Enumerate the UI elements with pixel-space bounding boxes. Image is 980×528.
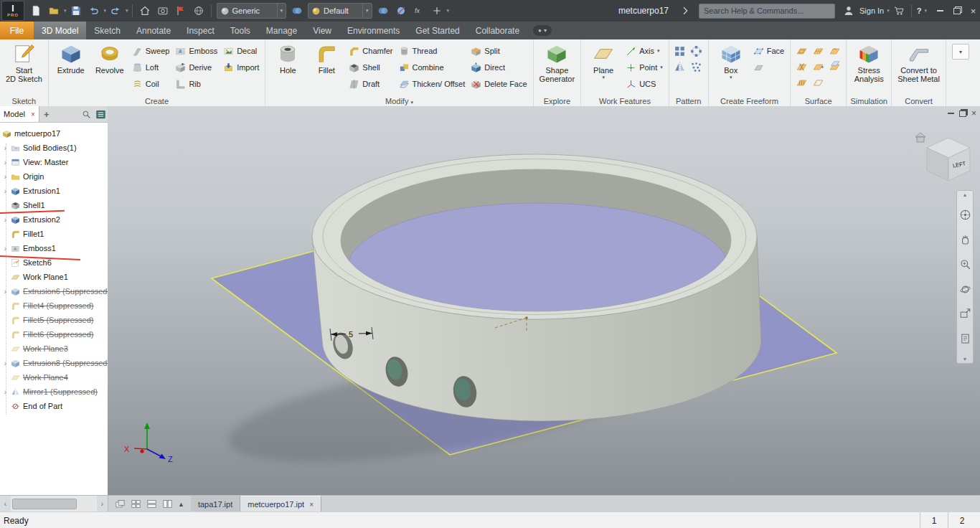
material-caret[interactable]: ▾ — [277, 4, 283, 18]
doc-close-button[interactable]: × — [971, 109, 976, 118]
browser-search-button[interactable] — [79, 107, 93, 121]
sign-in-caret[interactable]: ▾ — [887, 8, 890, 14]
zoom-button[interactable] — [958, 258, 972, 272]
ribbon-tab-3d-model[interactable]: 3D Model — [34, 22, 86, 39]
help-button[interactable]: ? — [917, 6, 922, 15]
ribbon-tab-get-started[interactable]: Get Started — [407, 22, 467, 39]
add-browser-tab-button[interactable]: + — [39, 107, 54, 121]
thread-button[interactable]: Thread — [397, 43, 468, 59]
viewcube-home-icon[interactable] — [915, 133, 925, 142]
new-file-button[interactable] — [27, 2, 44, 19]
ribbon-group-label-convert[interactable]: Convert — [905, 97, 933, 105]
restore-button[interactable] — [948, 0, 965, 22]
plane-caret[interactable]: ▾ — [602, 75, 605, 80]
ribbon-tab-view[interactable]: View — [305, 22, 339, 39]
ribbon-group-label-work-features[interactable]: Work Features — [599, 97, 651, 105]
model-tab-close-icon[interactable]: × — [31, 110, 35, 118]
untrim-button[interactable] — [811, 75, 825, 90]
redo-caret[interactable]: ▾ — [126, 8, 128, 14]
expand-arrow-icon[interactable]: › — [2, 216, 9, 224]
undo-caret[interactable]: ▾ — [104, 8, 107, 14]
cart-button[interactable] — [890, 2, 908, 19]
delete-face-button[interactable]: Delete Face — [468, 76, 529, 92]
revolve-button[interactable]: Revolve — [91, 41, 128, 75]
start-2d-sketch-button[interactable]: Start 2D Sketch — [4, 41, 44, 84]
appearance-dropdown[interactable]: Default ▾ — [308, 3, 372, 19]
hole-button[interactable]: Hole — [269, 41, 306, 75]
qat-customize-caret[interactable]: ▾ — [447, 8, 450, 14]
tree-item-fillet4-suppressed[interactable]: Fillet4 (Suppressed) — [0, 298, 108, 313]
ruled-surface-button[interactable] — [794, 75, 809, 90]
tree-item-extrusion6-suppressed[interactable]: ›Extrusion6 (Suppressed) — [0, 284, 108, 298]
expand-arrow-icon[interactable]: › — [2, 159, 9, 166]
circular-pattern-button[interactable] — [689, 44, 704, 58]
sketch-driven-pattern-button[interactable] — [689, 60, 704, 74]
ribbon-tab-inspect[interactable]: Inspect — [179, 22, 222, 39]
expand-arrow-icon[interactable]: › — [2, 288, 9, 296]
close-button[interactable]: × — [965, 0, 980, 22]
tree-item-mirror1-suppressed[interactable]: ›Mirror1 (Suppressed) — [0, 385, 108, 399]
tree-item-fillet5-suppressed[interactable]: Fillet5 (Suppressed) — [0, 313, 108, 327]
stitch-button[interactable] — [811, 44, 825, 58]
plane-button[interactable]: Plane▾ — [585, 41, 622, 80]
ribbon-tab-annotate[interactable]: Annotate — [128, 22, 179, 39]
loft-button[interactable]: Loft — [130, 60, 172, 75]
tree-item-metcuerpo17[interactable]: metcuerpo17 — [0, 126, 108, 141]
full-navigation-wheel-button[interactable] — [958, 208, 972, 222]
ribbon-group-label-surface[interactable]: Surface — [805, 97, 832, 105]
expand-arrow-icon[interactable]: › — [2, 388, 9, 396]
tree-item-shell1[interactable]: Shell1 — [0, 198, 108, 212]
redo-button[interactable] — [107, 2, 124, 19]
tree-item-origin[interactable]: ›Origin — [0, 169, 108, 184]
material-dropdown[interactable]: Generic ▾ — [217, 3, 287, 19]
adjust-material-button[interactable] — [288, 2, 306, 19]
tree-item-work-plane3[interactable]: Work Plane3 — [0, 341, 108, 356]
scroll-left-arrow[interactable]: ‹ — [0, 496, 11, 512]
ribbon-group-label-simulation[interactable]: Simulation — [851, 97, 887, 105]
ribbon-display-options-button[interactable]: ● ▾ — [533, 25, 552, 36]
derive-button[interactable]: Derive — [173, 60, 220, 75]
adjust-appearance-button[interactable] — [374, 2, 392, 19]
tree-item-end-of-part[interactable]: End of Part — [0, 399, 108, 413]
chamfer-button[interactable]: Chamfer — [347, 43, 395, 59]
expand-arrow-icon[interactable]: › — [2, 173, 9, 181]
screenshot-button[interactable] — [154, 2, 171, 19]
ribbon-group-label-sketch[interactable]: Sketch — [12, 97, 37, 105]
decal-button[interactable]: Decal — [221, 43, 261, 59]
rib-button[interactable]: Rib — [173, 76, 220, 92]
navbar-scroll-down-icon[interactable]: ▼ — [963, 357, 968, 362]
expand-arrow-icon[interactable]: › — [2, 359, 9, 367]
clear-appearance-button[interactable] — [392, 2, 410, 19]
tile-grid-button[interactable] — [131, 499, 141, 509]
tree-item-emboss1[interactable]: ›AEmboss1 — [0, 241, 108, 255]
ribbon-group-label-create[interactable]: Create — [145, 97, 169, 105]
open-button[interactable] — [45, 2, 62, 19]
ribbon-group-label-modify[interactable]: Modify — [385, 97, 408, 105]
markup-button[interactable] — [172, 2, 189, 19]
freeform-box-button[interactable]: Box▾ — [712, 41, 750, 80]
navbar-more-button[interactable] — [958, 331, 972, 346]
draft-button[interactable]: Draft — [347, 76, 395, 92]
add-command-button[interactable] — [428, 2, 446, 19]
direct-button[interactable]: Direct — [468, 60, 529, 75]
expand-arrow-icon[interactable]: › — [2, 187, 9, 195]
shape-generator-button[interactable]: Shape Generator — [537, 41, 578, 84]
undo-button[interactable] — [85, 2, 103, 19]
pan-button[interactable] — [958, 232, 972, 247]
emboss-button[interactable]: AEmboss — [173, 43, 220, 59]
tree-item-fillet1[interactable]: Fillet1 — [0, 227, 108, 241]
tree-item-work-plane4[interactable]: Work Plane4 — [0, 370, 108, 385]
minimize-button[interactable] — [932, 0, 948, 22]
modify-panel-caret[interactable]: ▾ — [410, 100, 413, 105]
extend-button[interactable] — [811, 60, 825, 74]
save-button[interactable] — [67, 2, 85, 19]
shell-button[interactable]: Shell — [347, 60, 395, 75]
browser-menu-button[interactable] — [93, 107, 108, 121]
web-button[interactable] — [190, 2, 207, 19]
ribbon-tab-manage[interactable]: Manage — [258, 22, 305, 39]
axis-caret[interactable]: ▾ — [657, 48, 660, 54]
point-button[interactable]: Point▾ — [623, 60, 665, 75]
axis-button[interactable]: Axis▾ — [623, 43, 665, 59]
tree-item-extrusion8-suppressed[interactable]: ›Extrusion8 (Suppressed) — [0, 356, 108, 370]
model-tab[interactable]: Model × — [0, 106, 39, 122]
